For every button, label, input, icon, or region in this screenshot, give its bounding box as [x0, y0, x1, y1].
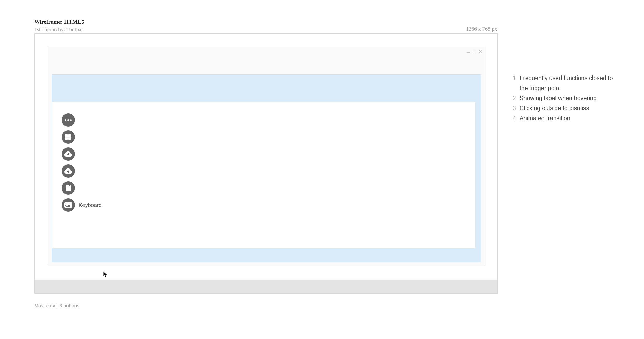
- viewport-dimensions-label: 1366 x 768 px: [466, 26, 497, 32]
- annotation-text: Clicking outside to dismiss: [520, 103, 614, 113]
- annotation-text: Showing label when hovering: [520, 93, 614, 103]
- svg-point-0: [65, 119, 66, 121]
- svg-rect-16: [67, 205, 67, 206]
- annotation-item: 4 Animated transition: [511, 113, 614, 123]
- svg-point-1: [67, 119, 69, 121]
- footer-note: Max. case: 6 buttons: [34, 303, 79, 309]
- wireframe-subtitle: 1st Hierarchy: Toolbar: [34, 26, 84, 33]
- wireframe-frame-footer: [35, 280, 497, 293]
- annotation-number: 3: [511, 103, 516, 113]
- svg-rect-13: [69, 204, 70, 204]
- annotation-number: 1: [511, 73, 516, 93]
- svg-point-2: [70, 119, 72, 121]
- svg-rect-18: [69, 205, 70, 206]
- svg-rect-17: [68, 205, 69, 206]
- download-button[interactable]: [62, 147, 75, 161]
- window-close-icon[interactable]: [479, 50, 482, 53]
- client-area[interactable]: Keyboard: [52, 74, 481, 262]
- wireframe-title-prefix: Wireframe:: [34, 19, 64, 25]
- svg-rect-12: [68, 204, 69, 204]
- content-area: [52, 102, 475, 248]
- windows-icon: [65, 134, 72, 140]
- annotation-item: 1 Frequently used functions closed to th…: [511, 73, 614, 93]
- svg-rect-10: [65, 204, 66, 204]
- window-maximize-icon[interactable]: [473, 50, 476, 53]
- cursor-icon: [103, 271, 108, 278]
- annotation-number: 4: [511, 113, 516, 123]
- windows-button[interactable]: [62, 130, 75, 144]
- wireframe-frame: Keyboard: [34, 33, 498, 294]
- svg-rect-4: [68, 134, 71, 137]
- more-button[interactable]: [62, 113, 75, 127]
- annotation-number: 2: [511, 93, 516, 103]
- svg-rect-8: [67, 184, 70, 186]
- annotations-list: 1 Frequently used functions closed to th…: [511, 73, 614, 123]
- annotation-item: 3 Clicking outside to dismiss: [511, 103, 614, 113]
- cloud-download-icon: [64, 151, 72, 157]
- keyboard-icon: [64, 202, 72, 208]
- wireframe-title: Wireframe: HTML5: [34, 19, 84, 25]
- cloud-upload-icon: [64, 168, 72, 174]
- window-controls: [467, 50, 482, 53]
- toolbar-tooltip: Keyboard: [79, 202, 102, 208]
- svg-rect-11: [67, 204, 67, 204]
- app-window: Keyboard: [48, 47, 485, 266]
- floating-toolbar: Keyboard: [62, 113, 75, 212]
- keyboard-button[interactable]: Keyboard: [62, 198, 75, 212]
- svg-rect-15: [65, 205, 66, 206]
- more-icon: [65, 119, 72, 121]
- wireframe-title-suffix: HTML5: [64, 19, 84, 25]
- window-minimize-icon[interactable]: [467, 52, 470, 53]
- svg-rect-19: [71, 205, 71, 206]
- annotation-text: Animated transition: [520, 113, 614, 123]
- wireframe-header: Wireframe: HTML5 1st Hierarchy: Toolbar: [34, 19, 84, 33]
- svg-rect-5: [65, 137, 68, 140]
- svg-rect-14: [71, 204, 71, 204]
- clipboard-button[interactable]: [62, 181, 75, 195]
- svg-rect-3: [65, 134, 68, 137]
- annotation-item: 2 Showing label when hovering: [511, 93, 614, 103]
- annotation-text: Frequently used functions closed to the …: [520, 73, 614, 93]
- upload-button[interactable]: [62, 164, 75, 178]
- svg-rect-20: [66, 206, 70, 207]
- svg-rect-6: [68, 137, 71, 140]
- clipboard-icon: [65, 184, 71, 192]
